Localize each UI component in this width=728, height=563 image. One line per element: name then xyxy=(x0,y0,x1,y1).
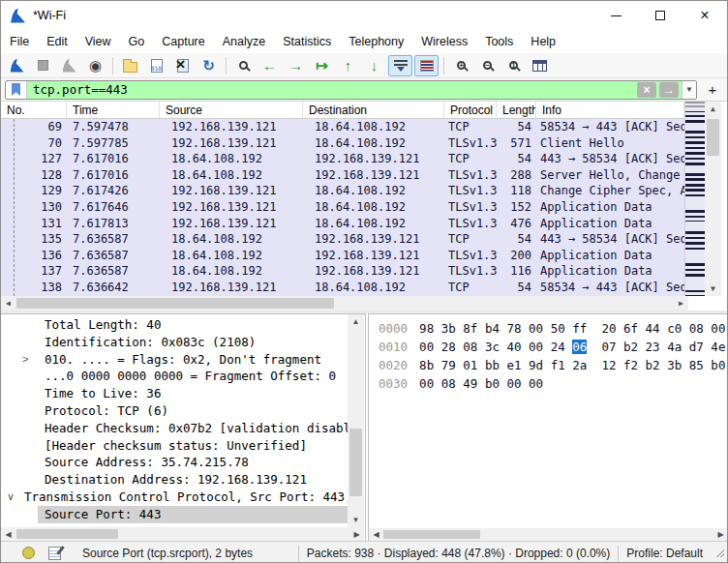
go-forward-button[interactable]: → xyxy=(284,55,308,76)
detail-row[interactable]: ∨Transmission Control Protocol, Src Port… xyxy=(1,489,348,506)
profile-status[interactable]: Profile: Default xyxy=(626,547,703,560)
hex-byte[interactable]: f2 xyxy=(623,358,638,372)
column-header-source[interactable]: Source xyxy=(160,102,303,118)
menu-tools[interactable]: Tools xyxy=(476,32,522,51)
hex-byte[interactable]: 3b xyxy=(667,358,682,372)
hex-byte[interactable]: b2 xyxy=(646,358,660,372)
hex-byte[interactable]: bb xyxy=(485,358,500,372)
packet-list-hscrollbar[interactable]: ◀ ▶ xyxy=(1,296,688,311)
hex-byte[interactable]: 00 xyxy=(529,376,543,391)
hex-byte[interactable]: 6f xyxy=(623,321,638,336)
resize-columns-button[interactable] xyxy=(528,55,552,76)
scroll-down-icon[interactable]: ▼ xyxy=(705,282,721,296)
zoom-normal-button[interactable]: 1 xyxy=(501,55,526,76)
hex-hscrollbar[interactable]: ◀ ▶ xyxy=(369,528,728,541)
hex-byte[interactable]: 40 xyxy=(506,340,521,354)
hex-row[interactable]: 000098 3b 8f b4 78 00 50 ff 20 6f 44 c0 … xyxy=(369,319,728,338)
menu-analyze[interactable]: Analyze xyxy=(214,32,274,51)
menu-wireless[interactable]: Wireless xyxy=(412,32,476,51)
hex-row[interactable]: 001000 28 08 3c 40 00 24 06 07 b2 23 4a … xyxy=(369,338,728,356)
hex-byte[interactable]: 20 xyxy=(601,321,616,336)
hex-byte[interactable]: 85 xyxy=(689,358,704,372)
vscroll-thumb[interactable] xyxy=(707,119,719,156)
display-filter-input[interactable] xyxy=(27,81,637,99)
zoom-in-button[interactable]: + xyxy=(449,55,473,76)
scroll-right-icon[interactable]: ▶ xyxy=(674,296,688,311)
hex-byte[interactable]: c0 xyxy=(667,321,682,336)
close-button[interactable]: × xyxy=(682,1,727,30)
hex-byte[interactable]: 08 xyxy=(689,321,704,336)
hex-byte[interactable]: 00 xyxy=(711,321,725,336)
hex-row[interactable]: 003000 08 49 b0 00 00 xyxy=(369,374,728,393)
hex-byte[interactable]: f1 xyxy=(551,358,565,372)
hex-byte[interactable]: e1 xyxy=(506,358,521,372)
hex-byte[interactable]: 8b xyxy=(419,358,434,372)
hex-byte[interactable]: 23 xyxy=(646,340,660,354)
hex-byte[interactable]: 00 xyxy=(419,376,434,391)
hex-byte[interactable]: 78 xyxy=(506,321,521,336)
column-header-length[interactable]: Length xyxy=(497,102,536,118)
hex-byte[interactable]: 9d xyxy=(529,358,543,372)
packet-row[interactable]: 1287.61701618.64.108.192192.168.139.121T… xyxy=(1,167,684,184)
packet-row[interactable]: 1387.636642192.168.139.12118.64.108.192T… xyxy=(1,280,684,296)
expert-info-icon[interactable] xyxy=(22,547,35,559)
close-file-button[interactable] xyxy=(170,55,195,76)
start-capture-button[interactable] xyxy=(5,55,29,76)
open-file-button[interactable] xyxy=(118,55,142,76)
hex-byte[interactable]: 00 xyxy=(529,340,543,354)
hex-byte[interactable]: 79 xyxy=(441,358,456,372)
reload-file-button[interactable]: ↻ xyxy=(197,55,221,76)
hex-byte[interactable]: 50 xyxy=(551,321,565,336)
hex-byte[interactable]: 28 xyxy=(441,340,456,354)
scroll-up-icon[interactable]: ▲ xyxy=(348,314,364,329)
restart-capture-button[interactable] xyxy=(57,55,81,76)
menu-telephony[interactable]: Telephony xyxy=(340,32,412,51)
hex-byte[interactable]: 3b xyxy=(441,321,456,336)
hscroll-thumb[interactable] xyxy=(16,298,334,309)
hex-byte[interactable]: b4 xyxy=(485,321,500,336)
hex-byte[interactable]: b0 xyxy=(711,358,725,372)
packet-row[interactable]: 1297.617426192.168.139.12118.64.108.192T… xyxy=(1,183,684,199)
menu-file[interactable]: File xyxy=(1,32,38,51)
hex-byte[interactable]: 01 xyxy=(463,358,477,372)
scroll-up-icon[interactable]: ▲ xyxy=(705,102,721,116)
packet-list-vscrollbar[interactable]: ▲ ▼ xyxy=(705,102,721,296)
hex-byte[interactable]: 49 xyxy=(463,376,477,391)
filter-clear-button[interactable]: × xyxy=(637,82,656,98)
hex-row[interactable]: 00208b 79 01 bb e1 9d f1 2a 12 f2 b2 3b … xyxy=(369,356,728,374)
expander-icon[interactable]: ∨ xyxy=(7,489,20,506)
detail-row[interactable]: Time to Live: 36 xyxy=(1,385,348,402)
detail-row[interactable]: [Header checksum status: Unverified] xyxy=(1,437,348,455)
packet-row[interactable]: 1377.63658718.64.108.192192.168.139.121T… xyxy=(1,263,684,280)
menu-statistics[interactable]: Statistics xyxy=(274,32,340,51)
save-file-button[interactable]: 010 xyxy=(144,55,168,76)
filter-add-button[interactable]: + xyxy=(702,80,723,100)
hex-byte[interactable]: 08 xyxy=(463,340,477,354)
packet-row[interactable]: 1277.61701618.64.108.192192.168.139.121T… xyxy=(1,151,684,167)
detail-row[interactable]: Source Port: 443 xyxy=(1,506,348,523)
hex-byte[interactable]: 00 xyxy=(419,340,434,354)
packet-row[interactable]: 1367.63658718.64.108.192192.168.139.121T… xyxy=(1,248,684,264)
hex-byte[interactable]: 4a xyxy=(667,340,682,354)
column-header-time[interactable]: Time xyxy=(67,102,160,118)
intelligent-scrollbar-minimap[interactable] xyxy=(684,102,705,296)
hex-byte[interactable]: 24 xyxy=(551,340,565,354)
detail-row[interactable]: >010. .... = Flags: 0x2, Don't fragment xyxy=(1,351,348,369)
packet-row[interactable]: 697.597478192.168.139.12118.64.108.192TC… xyxy=(1,119,684,135)
detail-row[interactable]: Destination Address: 192.168.139.121 xyxy=(1,471,348,489)
scroll-down-icon[interactable]: ▼ xyxy=(348,513,364,527)
detail-row[interactable]: Header Checksum: 0x07b2 [validation disa… xyxy=(1,420,348,437)
hex-byte[interactable]: 07 xyxy=(601,340,616,354)
scroll-right-icon[interactable]: ▶ xyxy=(349,527,364,541)
filter-bookmark-button[interactable] xyxy=(6,81,27,99)
column-header-info[interactable]: Info xyxy=(536,102,684,118)
column-header-destination[interactable]: Destination xyxy=(303,102,444,118)
scroll-left-icon[interactable]: ◀ xyxy=(369,528,383,541)
detail-row[interactable]: Total Length: 40 xyxy=(1,316,348,334)
hex-byte[interactable]: b0 xyxy=(485,376,500,391)
go-to-top-button[interactable]: ↑ xyxy=(336,55,360,76)
scroll-left-icon[interactable]: ◀ xyxy=(1,296,15,311)
details-hscrollbar[interactable]: ◀ ▶ xyxy=(1,527,364,541)
maximize-button[interactable] xyxy=(638,1,682,30)
hex-byte[interactable]: d7 xyxy=(689,340,704,354)
